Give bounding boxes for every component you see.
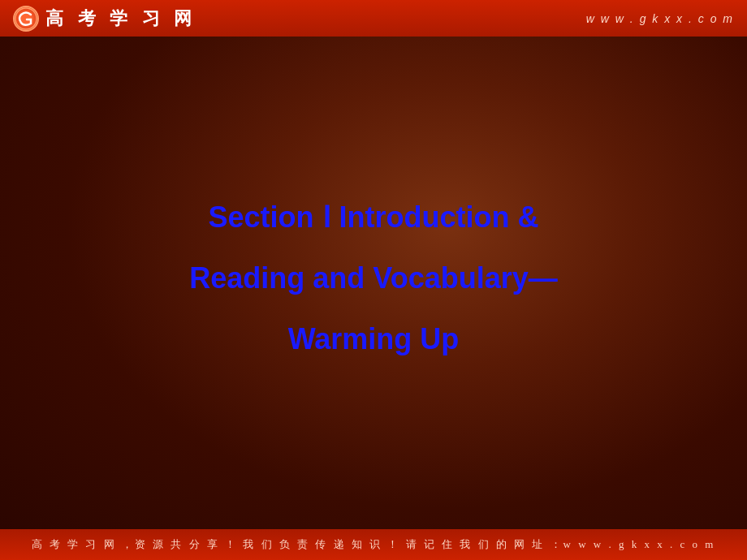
title-line2: Reading and Vocabulary— — [189, 252, 557, 305]
footer-bar: 高 考 学 习 网 ，资 源 共 分 享 ！ 我 们 负 责 传 递 知 识 ！… — [0, 529, 747, 560]
title-line1: Section Ⅰ Introduction & — [189, 192, 557, 244]
logo-area: 高 考 学 习 网 — [13, 6, 196, 32]
header-bar: 高 考 学 习 网 w w w . g k x x . c o m — [0, 0, 747, 37]
logo-text: 高 考 学 习 网 — [45, 6, 196, 31]
main-content: Section Ⅰ Introduction & Reading and Voc… — [0, 37, 747, 529]
slide-container: 高 考 学 习 网 w w w . g k x x . c o m Sectio… — [0, 0, 747, 560]
header-url: w w w . g k x x . c o m — [586, 12, 734, 25]
title-block: Section Ⅰ Introduction & Reading and Voc… — [189, 192, 557, 373]
footer-text: 高 考 学 习 网 ，资 源 共 分 享 ！ 我 们 负 责 传 递 知 识 ！… — [32, 537, 716, 552]
title-line3: Warming Up — [189, 313, 557, 366]
logo-icon — [13, 6, 39, 32]
